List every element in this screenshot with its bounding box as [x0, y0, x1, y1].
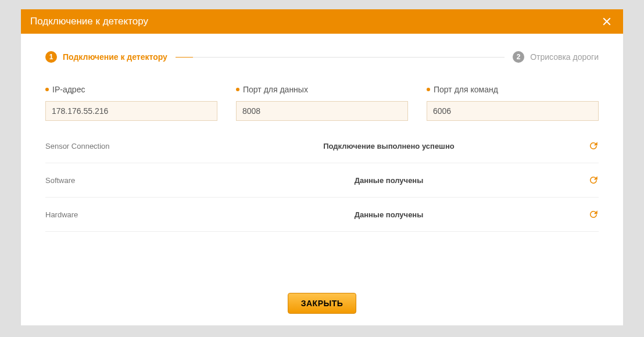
status-value: Данные получены: [196, 176, 581, 185]
data-port-input[interactable]: [236, 101, 408, 121]
field-label: Порт для команд: [427, 85, 599, 94]
cmd-port-input[interactable]: [427, 101, 599, 121]
status-label: Hardware: [45, 210, 196, 219]
dialog-footer: ЗАКРЫТЬ: [45, 281, 599, 314]
step-divider: [176, 57, 505, 58]
wizard-step-1[interactable]: 1 Подключение к детектору: [45, 51, 167, 63]
refresh-icon[interactable]: [581, 175, 599, 185]
dialog-title: Подключение к детектору: [30, 16, 148, 27]
field-ip: IP-адрес: [45, 85, 217, 121]
status-value: Подключение выполнено успешно: [196, 142, 581, 150]
close-button[interactable]: ЗАКРЫТЬ: [288, 293, 357, 314]
step-number: 1: [45, 51, 57, 63]
status-value: Данные получены: [196, 210, 581, 219]
refresh-icon[interactable]: [581, 141, 599, 151]
wizard-steps: 1 Подключение к детектору 2 Отрисовка до…: [45, 51, 599, 63]
close-icon[interactable]: [600, 15, 614, 28]
wizard-step-2[interactable]: 2 Отрисовка дороги: [513, 51, 599, 63]
connect-dialog: Подключение к детектору 1 Подключение к …: [21, 9, 623, 325]
status-label: Sensor Connection: [45, 142, 196, 150]
field-data-port: Порт для данных: [236, 85, 408, 121]
step-number: 2: [513, 51, 524, 63]
step-label: Отрисовка дороги: [530, 52, 599, 62]
dialog-titlebar: Подключение к детектору: [21, 9, 623, 34]
field-label: Порт для данных: [236, 85, 408, 94]
field-label: IP-адрес: [45, 85, 217, 94]
dialog-body: 1 Подключение к детектору 2 Отрисовка до…: [21, 34, 623, 325]
step-label: Подключение к детектору: [63, 52, 167, 62]
status-row-hardware: Hardware Данные получены: [45, 198, 599, 232]
ip-input[interactable]: [45, 101, 217, 121]
status-row-sensor: Sensor Connection Подключение выполнено …: [45, 129, 599, 163]
connection-fields: IP-адрес Порт для данных Порт для команд: [45, 85, 599, 121]
status-row-software: Software Данные получены: [45, 163, 599, 198]
refresh-icon[interactable]: [581, 209, 599, 220]
field-cmd-port: Порт для команд: [427, 85, 599, 121]
status-label: Software: [45, 176, 196, 185]
